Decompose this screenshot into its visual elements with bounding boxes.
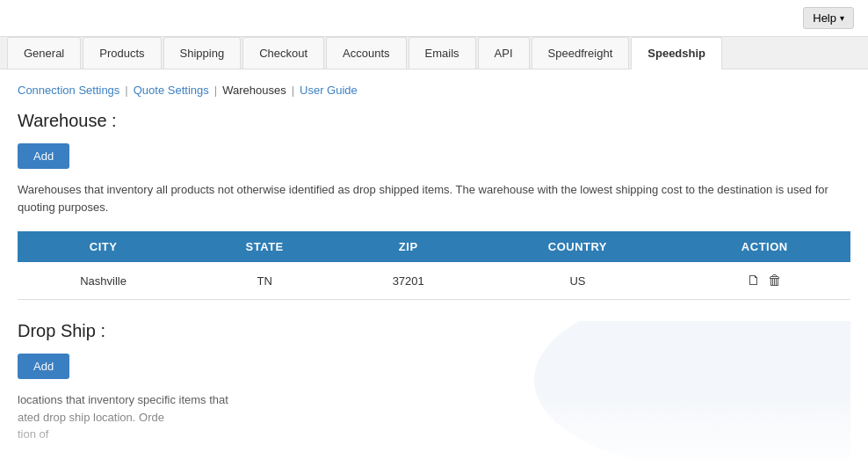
tab-shipping[interactable]: Shipping (163, 37, 242, 69)
tab-speedfreight[interactable]: Speedfreight (532, 37, 630, 69)
subnav-connection-settings[interactable]: Connection Settings (18, 84, 119, 97)
tab-accounts[interactable]: Accounts (326, 37, 406, 69)
top-bar: Help ▾ (0, 0, 868, 37)
add-dropship-button[interactable]: Add (18, 354, 69, 379)
help-button[interactable]: Help ▾ (803, 7, 854, 29)
col-zip: ZIP (340, 231, 476, 262)
warehouse-title: Warehouse : (18, 111, 850, 131)
cell-action: 🗋 🗑 (679, 262, 850, 300)
cell-zip: 37201 (340, 262, 476, 300)
col-action: ACTION (679, 231, 850, 262)
sub-nav: Connection Settings | Quote Settings | W… (18, 84, 850, 97)
cell-state: TN (189, 262, 340, 300)
tab-checkout[interactable]: Checkout (242, 37, 324, 69)
sep-1: | (125, 84, 127, 97)
delete-icon[interactable]: 🗑 (768, 273, 782, 288)
subnav-warehouses: Warehouses (222, 84, 286, 97)
table-row: Nashville TN 37201 US 🗋 🗑 (18, 262, 850, 300)
warehouse-description: Warehouses that inventory all products n… (18, 181, 850, 215)
fade-overlay (18, 389, 850, 459)
drop-ship-section: Drop Ship : Add locations that inventory… (18, 321, 850, 459)
sep-3: | (292, 84, 294, 97)
help-label: Help (813, 11, 836, 25)
tabs-bar: General Products Shipping Checkout Accou… (0, 37, 868, 69)
subnav-user-guide[interactable]: User Guide (300, 84, 358, 97)
tab-general[interactable]: General (7, 37, 81, 69)
main-content: Connection Settings | Quote Settings | W… (0, 69, 868, 467)
col-state: STATE (189, 231, 340, 262)
subnav-quote-settings[interactable]: Quote Settings (134, 84, 209, 97)
cell-country: US (476, 262, 678, 300)
col-country: COUNTRY (476, 231, 678, 262)
tab-speedship[interactable]: Speedship (631, 37, 722, 69)
add-warehouse-button[interactable]: Add (18, 143, 69, 169)
cell-city: Nashville (18, 262, 189, 300)
edit-icon[interactable]: 🗋 (747, 273, 761, 288)
warehouse-table: CITY STATE ZIP COUNTRY ACTION Nashville … (18, 231, 850, 300)
tab-api[interactable]: API (478, 37, 530, 69)
chevron-down-icon: ▾ (840, 13, 844, 23)
table-header-row: CITY STATE ZIP COUNTRY ACTION (18, 231, 850, 262)
sep-2: | (214, 84, 217, 97)
col-city: CITY (18, 231, 189, 262)
tab-emails[interactable]: Emails (409, 37, 476, 69)
dropship-title: Drop Ship : (18, 321, 850, 341)
tab-products[interactable]: Products (83, 37, 161, 69)
